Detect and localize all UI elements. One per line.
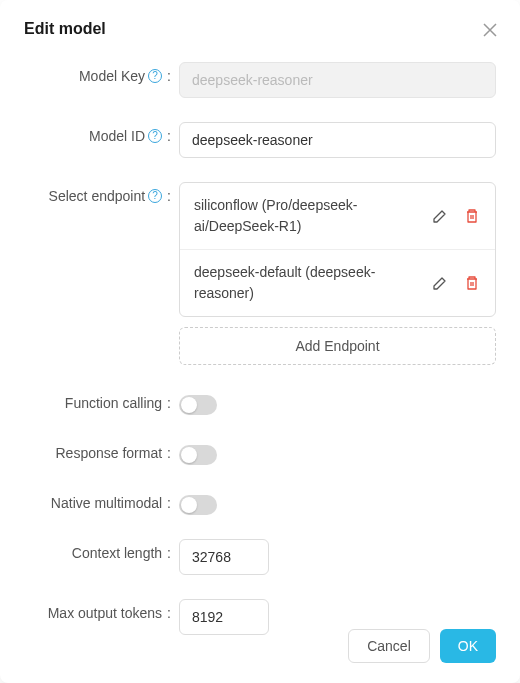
label-endpoint: Select endpoint ? : (24, 182, 179, 204)
add-endpoint-button[interactable]: Add Endpoint (179, 327, 496, 365)
context-length-input[interactable] (179, 539, 269, 575)
edit-model-modal: Edit model Model Key ? : Model ID ? : Se… (0, 0, 520, 683)
modal-title: Edit model (24, 20, 496, 38)
row-model-id: Model ID ? : (24, 122, 496, 158)
trash-icon (464, 208, 480, 224)
row-context-length: Context length: (24, 539, 496, 575)
label-native-multimodal: Native multimodal: (24, 489, 179, 511)
model-key-input (179, 62, 496, 98)
label-model-id: Model ID ? : (24, 122, 179, 144)
row-response-format: Response format: (24, 439, 496, 465)
delete-endpoint-button[interactable] (463, 274, 481, 292)
help-icon[interactable]: ? (148, 189, 162, 203)
modal-footer: Cancel OK (348, 629, 496, 663)
label-context-length: Context length: (24, 539, 179, 561)
endpoint-text: siliconflow (Pro/deepseek-ai/DeepSeek-R1… (194, 195, 431, 237)
edit-endpoint-button[interactable] (431, 207, 449, 225)
label-response-format: Response format: (24, 439, 179, 461)
help-icon[interactable]: ? (148, 69, 162, 83)
cancel-button[interactable]: Cancel (348, 629, 430, 663)
help-icon[interactable]: ? (148, 129, 162, 143)
edit-icon (432, 208, 448, 224)
response-format-toggle[interactable] (179, 445, 217, 465)
close-button[interactable] (480, 20, 500, 40)
row-model-key: Model Key ? : (24, 62, 496, 98)
ok-button[interactable]: OK (440, 629, 496, 663)
native-multimodal-toggle[interactable] (179, 495, 217, 515)
edit-icon (432, 275, 448, 291)
label-function-calling: Function calling: (24, 389, 179, 411)
row-native-multimodal: Native multimodal: (24, 489, 496, 515)
max-output-tokens-input[interactable] (179, 599, 269, 635)
model-id-input[interactable] (179, 122, 496, 158)
label-model-key: Model Key ? : (24, 62, 179, 84)
endpoint-text: deepseek-default (deepseek-reasoner) (194, 262, 431, 304)
delete-endpoint-button[interactable] (463, 207, 481, 225)
label-max-output-tokens: Max output tokens: (24, 599, 179, 621)
endpoint-list: siliconflow (Pro/deepseek-ai/DeepSeek-R1… (179, 182, 496, 317)
edit-endpoint-button[interactable] (431, 274, 449, 292)
function-calling-toggle[interactable] (179, 395, 217, 415)
endpoint-item: deepseek-default (deepseek-reasoner) (180, 250, 495, 316)
row-function-calling: Function calling: (24, 389, 496, 415)
endpoint-item: siliconflow (Pro/deepseek-ai/DeepSeek-R1… (180, 183, 495, 250)
close-icon (483, 23, 497, 37)
row-endpoint: Select endpoint ? : siliconflow (Pro/dee… (24, 182, 496, 365)
trash-icon (464, 275, 480, 291)
